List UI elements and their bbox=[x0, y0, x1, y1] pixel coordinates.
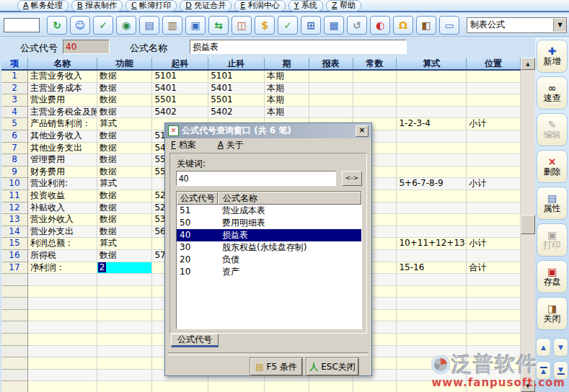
menu-item-E[interactable]: E 利润中心 bbox=[234, 0, 285, 12]
table-cell[interactable]: 其他业务支出 bbox=[28, 143, 97, 155]
table-cell[interactable] bbox=[97, 274, 153, 286]
row-number-cell[interactable]: 2 bbox=[1, 83, 28, 95]
table-cell[interactable] bbox=[467, 83, 521, 95]
chevron-down-icon[interactable]: ▼ bbox=[553, 19, 566, 32]
table-cell[interactable]: 主营业务成本 bbox=[28, 83, 97, 95]
table-cell[interactable] bbox=[467, 346, 521, 358]
menu-item-A[interactable]: A 帐务处理 bbox=[17, 0, 69, 12]
menu-item-Z[interactable]: Z 帮助 bbox=[326, 0, 361, 12]
list-item[interactable]: 50费用明细表 bbox=[177, 217, 361, 229]
table-cell[interactable] bbox=[97, 381, 153, 392]
table-cell[interactable] bbox=[467, 250, 521, 262]
table-cell[interactable] bbox=[397, 381, 467, 392]
menu-item-C[interactable]: C 帐簿打印 bbox=[125, 0, 177, 12]
table-cell[interactable] bbox=[397, 370, 467, 382]
record-last-button[interactable]: ▼ bbox=[553, 361, 568, 380]
report-globe-button[interactable]: ◫ bbox=[231, 16, 252, 35]
row-number-cell[interactable] bbox=[1, 310, 28, 322]
删除-button[interactable]: ×删除 bbox=[537, 150, 568, 183]
table-cell[interactable] bbox=[97, 370, 153, 382]
cell-editor[interactable]: 2 bbox=[98, 262, 107, 272]
table-cell[interactable]: 小计 bbox=[467, 178, 521, 190]
属性-button[interactable]: ▤属性 bbox=[537, 187, 568, 220]
table-cell[interactable]: 数据 bbox=[97, 214, 153, 226]
sync-button[interactable]: ↺ bbox=[347, 16, 367, 35]
table-cell[interactable] bbox=[97, 310, 153, 322]
dialog-title-bar[interactable]: ✕ 公式代号查询窗口 (共 6 笔) × bbox=[165, 123, 371, 138]
table-cell[interactable]: 10+11+12+13-14 bbox=[397, 238, 467, 250]
table-cell[interactable] bbox=[467, 286, 521, 298]
formula-name-field[interactable]: 损益表 bbox=[190, 40, 407, 54]
table-cell[interactable] bbox=[467, 130, 521, 143]
table-cell[interactable]: 数据 bbox=[97, 107, 153, 119]
formula-code-field[interactable]: 40 bbox=[63, 40, 110, 54]
save-report-button[interactable]: ▦ bbox=[324, 16, 344, 35]
table-cell[interactable] bbox=[397, 107, 467, 119]
table-cell[interactable] bbox=[97, 298, 153, 310]
table-cell[interactable]: 5402 bbox=[152, 107, 208, 119]
table-cell[interactable]: 算式 bbox=[97, 238, 153, 250]
verify-check-button[interactable]: ✓ bbox=[93, 16, 113, 35]
record-up-button[interactable]: ▲ bbox=[536, 338, 551, 357]
table-cell[interactable]: 小计 bbox=[467, 238, 521, 250]
table-cell[interactable] bbox=[397, 274, 467, 286]
table-cell[interactable] bbox=[28, 298, 97, 310]
关闭-button[interactable]: ◨关闭 bbox=[537, 297, 568, 330]
table-cell[interactable] bbox=[397, 334, 467, 346]
table-cell[interactable] bbox=[397, 190, 467, 202]
table-cell[interactable] bbox=[397, 71, 467, 83]
table-cell[interactable] bbox=[467, 143, 521, 155]
approve-button[interactable]: ✓ bbox=[278, 16, 298, 35]
table-cell[interactable] bbox=[397, 166, 467, 179]
table-cell[interactable] bbox=[467, 370, 521, 382]
table-cell[interactable]: 本期 bbox=[265, 71, 309, 83]
table-cell[interactable]: 利润总额： bbox=[28, 238, 97, 250]
formula-type-dropdown[interactable]: 制表公式 ▼ bbox=[467, 17, 567, 33]
table-cell[interactable]: 5501 bbox=[152, 94, 208, 107]
table-cell[interactable]: 主营业务税金及附加 bbox=[28, 107, 97, 119]
row-number-cell[interactable] bbox=[1, 298, 28, 310]
table-cell[interactable] bbox=[397, 298, 467, 310]
table-cell[interactable] bbox=[467, 274, 521, 286]
row-number-cell[interactable] bbox=[1, 357, 28, 370]
row-number-cell[interactable]: 16 bbox=[1, 250, 28, 262]
row-number-cell[interactable] bbox=[1, 334, 28, 346]
row-number-cell[interactable]: 5 bbox=[1, 118, 28, 130]
新增-button[interactable]: ✚新增 bbox=[537, 40, 568, 73]
row-number-cell[interactable]: 4 bbox=[1, 107, 28, 119]
window-form-button[interactable]: ▭ bbox=[439, 16, 459, 35]
record-first-button[interactable]: ▲ bbox=[536, 361, 551, 380]
table-cell[interactable] bbox=[397, 214, 467, 226]
table-cell[interactable] bbox=[28, 346, 97, 358]
menu-item-B[interactable]: B 报表制作 bbox=[71, 0, 123, 12]
table-cell[interactable]: 算式 bbox=[97, 118, 153, 130]
table-cell[interactable] bbox=[467, 202, 521, 215]
table-cell[interactable]: 数据 bbox=[97, 83, 153, 95]
table-cell[interactable] bbox=[397, 154, 467, 166]
table-cell[interactable] bbox=[28, 286, 97, 298]
table-cell[interactable]: 补贴收入 bbox=[28, 202, 97, 215]
row-number-cell[interactable] bbox=[1, 381, 28, 392]
table-cell[interactable]: 5401 bbox=[152, 83, 208, 95]
table-cell[interactable] bbox=[353, 71, 397, 83]
table-cell[interactable] bbox=[467, 190, 521, 202]
row-number-cell[interactable]: 10 bbox=[1, 178, 28, 190]
row-number-cell[interactable]: 8 bbox=[1, 154, 28, 166]
list-item[interactable]: 10资产 bbox=[177, 266, 361, 278]
table-cell[interactable] bbox=[467, 94, 521, 107]
table-cell[interactable]: 本期 bbox=[265, 94, 309, 107]
table-cell[interactable]: 数据 bbox=[97, 166, 153, 179]
row-number-cell[interactable]: 6 bbox=[1, 130, 28, 143]
record-down-button[interactable]: ▼ bbox=[553, 338, 568, 357]
table-cell[interactable] bbox=[152, 381, 208, 392]
table-cell[interactable] bbox=[467, 298, 521, 310]
tab-formula-code[interactable]: 公式代号 bbox=[171, 334, 219, 347]
table-cell[interactable]: 投资收益 bbox=[28, 190, 97, 202]
table-cell[interactable]: 数据 bbox=[97, 226, 153, 239]
table-cell[interactable]: 合计 bbox=[467, 262, 521, 275]
table-cell[interactable]: 数据 bbox=[97, 94, 153, 107]
table-cell[interactable] bbox=[467, 154, 521, 166]
dialog-close-icon[interactable]: × bbox=[356, 125, 369, 137]
row-number-cell[interactable] bbox=[1, 370, 28, 382]
table-cell[interactable] bbox=[97, 357, 153, 370]
